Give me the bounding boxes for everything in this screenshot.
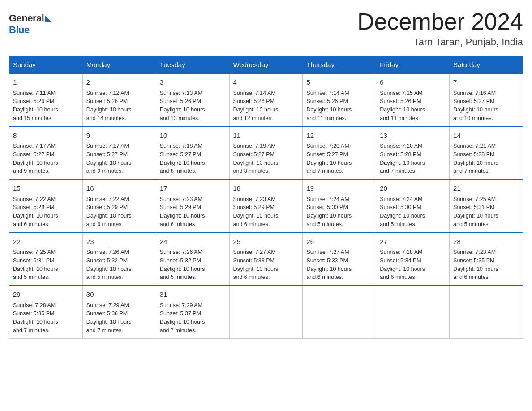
day-cell [376, 286, 450, 338]
day-number: 14 [453, 131, 519, 141]
day-cell: 26Sunrise: 7:27 AM Sunset: 5:33 PM Dayli… [303, 233, 376, 286]
day-number: 27 [380, 237, 446, 247]
logo-general-text: General [9, 13, 44, 24]
day-info: Sunrise: 7:17 AM Sunset: 5:27 PM Dayligh… [86, 142, 152, 176]
day-cell: 29Sunrise: 7:28 AM Sunset: 5:35 PM Dayli… [9, 286, 83, 338]
day-number: 19 [306, 184, 372, 194]
day-cell: 28Sunrise: 7:28 AM Sunset: 5:35 PM Dayli… [450, 233, 523, 286]
day-info: Sunrise: 7:18 AM Sunset: 5:27 PM Dayligh… [160, 142, 226, 176]
day-cell: 22Sunrise: 7:25 AM Sunset: 5:31 PM Dayli… [9, 233, 83, 286]
day-info: Sunrise: 7:19 AM Sunset: 5:27 PM Dayligh… [233, 142, 299, 176]
day-cell: 8Sunrise: 7:17 AM Sunset: 5:27 PM Daylig… [9, 127, 83, 180]
day-number: 8 [13, 131, 79, 141]
day-number: 12 [306, 131, 372, 141]
day-cell: 13Sunrise: 7:20 AM Sunset: 5:28 PM Dayli… [376, 127, 450, 180]
day-number: 26 [306, 237, 372, 247]
week-row-1: 1Sunrise: 7:11 AM Sunset: 5:26 PM Daylig… [9, 73, 523, 127]
day-cell: 30Sunrise: 7:29 AM Sunset: 5:36 PM Dayli… [82, 286, 156, 338]
day-info: Sunrise: 7:12 AM Sunset: 5:26 PM Dayligh… [86, 89, 152, 123]
day-info: Sunrise: 7:23 AM Sunset: 5:29 PM Dayligh… [160, 195, 226, 229]
day-number: 21 [453, 184, 519, 194]
day-number: 25 [233, 237, 299, 247]
day-number: 29 [13, 290, 79, 300]
day-info: Sunrise: 7:27 AM Sunset: 5:33 PM Dayligh… [233, 248, 299, 282]
day-info: Sunrise: 7:15 AM Sunset: 5:26 PM Dayligh… [380, 89, 446, 123]
day-info: Sunrise: 7:20 AM Sunset: 5:27 PM Dayligh… [306, 142, 372, 176]
week-row-4: 22Sunrise: 7:25 AM Sunset: 5:31 PM Dayli… [9, 233, 523, 286]
day-number: 31 [160, 290, 226, 300]
day-cell: 7Sunrise: 7:16 AM Sunset: 5:27 PM Daylig… [450, 73, 523, 127]
day-cell: 3Sunrise: 7:13 AM Sunset: 5:26 PM Daylig… [156, 73, 229, 127]
day-cell: 1Sunrise: 7:11 AM Sunset: 5:26 PM Daylig… [9, 73, 83, 127]
day-info: Sunrise: 7:22 AM Sunset: 5:29 PM Dayligh… [86, 195, 152, 229]
day-info: Sunrise: 7:20 AM Sunset: 5:28 PM Dayligh… [380, 142, 446, 176]
calendar-header: SundayMondayTuesdayWednesdayThursdayFrid… [9, 56, 523, 74]
page-header: General Blue December 2024 Tarn Taran, P… [9, 9, 523, 48]
title-section: December 2024 Tarn Taran, Punjab, India [357, 9, 523, 48]
logo-blue-text: Blue [9, 24, 30, 36]
day-info: Sunrise: 7:24 AM Sunset: 5:30 PM Dayligh… [306, 195, 372, 229]
day-number: 6 [380, 77, 446, 88]
logo-arrow-icon [45, 16, 51, 22]
day-info: Sunrise: 7:14 AM Sunset: 5:26 PM Dayligh… [233, 89, 299, 123]
calendar-body: 1Sunrise: 7:11 AM Sunset: 5:26 PM Daylig… [9, 73, 523, 338]
header-cell-sunday: Sunday [9, 56, 83, 74]
day-cell: 14Sunrise: 7:21 AM Sunset: 5:28 PM Dayli… [450, 127, 523, 180]
day-info: Sunrise: 7:29 AM Sunset: 5:37 PM Dayligh… [160, 301, 226, 335]
main-title: December 2024 [357, 9, 523, 34]
day-info: Sunrise: 7:26 AM Sunset: 5:32 PM Dayligh… [86, 248, 152, 282]
day-info: Sunrise: 7:28 AM Sunset: 5:34 PM Dayligh… [380, 248, 446, 282]
day-number: 17 [160, 184, 226, 194]
sub-title: Tarn Taran, Punjab, India [357, 36, 523, 48]
day-number: 5 [306, 77, 372, 88]
day-cell: 19Sunrise: 7:24 AM Sunset: 5:30 PM Dayli… [303, 180, 376, 233]
day-number: 10 [160, 131, 226, 141]
header-cell-saturday: Saturday [450, 56, 523, 74]
day-info: Sunrise: 7:28 AM Sunset: 5:35 PM Dayligh… [453, 248, 519, 282]
day-number: 9 [86, 131, 152, 141]
day-cell: 15Sunrise: 7:22 AM Sunset: 5:28 PM Dayli… [9, 180, 83, 233]
day-number: 3 [160, 77, 226, 88]
day-info: Sunrise: 7:25 AM Sunset: 5:31 PM Dayligh… [453, 195, 519, 229]
day-cell: 23Sunrise: 7:26 AM Sunset: 5:32 PM Dayli… [82, 233, 156, 286]
day-cell: 20Sunrise: 7:24 AM Sunset: 5:30 PM Dayli… [376, 180, 450, 233]
day-cell: 12Sunrise: 7:20 AM Sunset: 5:27 PM Dayli… [303, 127, 376, 180]
day-number: 16 [86, 184, 152, 194]
day-info: Sunrise: 7:13 AM Sunset: 5:26 PM Dayligh… [160, 89, 226, 123]
header-cell-friday: Friday [376, 56, 450, 74]
day-number: 30 [86, 290, 152, 300]
day-cell: 5Sunrise: 7:14 AM Sunset: 5:26 PM Daylig… [303, 73, 376, 127]
day-info: Sunrise: 7:27 AM Sunset: 5:33 PM Dayligh… [306, 248, 372, 282]
day-cell: 11Sunrise: 7:19 AM Sunset: 5:27 PM Dayli… [229, 127, 303, 180]
day-number: 24 [160, 237, 226, 247]
day-number: 20 [380, 184, 446, 194]
day-cell [229, 286, 303, 338]
header-cell-monday: Monday [82, 56, 156, 74]
header-cell-thursday: Thursday [303, 56, 376, 74]
calendar-table: SundayMondayTuesdayWednesdayThursdayFrid… [9, 56, 523, 339]
day-info: Sunrise: 7:11 AM Sunset: 5:26 PM Dayligh… [13, 89, 79, 123]
day-cell: 2Sunrise: 7:12 AM Sunset: 5:26 PM Daylig… [82, 73, 156, 127]
day-cell: 21Sunrise: 7:25 AM Sunset: 5:31 PM Dayli… [450, 180, 523, 233]
day-cell [303, 286, 376, 338]
day-number: 22 [13, 237, 79, 247]
logo: General Blue [9, 13, 51, 36]
day-number: 23 [86, 237, 152, 247]
day-info: Sunrise: 7:14 AM Sunset: 5:26 PM Dayligh… [306, 89, 372, 123]
day-number: 13 [380, 131, 446, 141]
day-number: 11 [233, 131, 299, 141]
day-cell: 24Sunrise: 7:26 AM Sunset: 5:32 PM Dayli… [156, 233, 229, 286]
day-cell: 25Sunrise: 7:27 AM Sunset: 5:33 PM Dayli… [229, 233, 303, 286]
header-cell-tuesday: Tuesday [156, 56, 229, 74]
header-row: SundayMondayTuesdayWednesdayThursdayFrid… [9, 56, 523, 74]
day-cell: 6Sunrise: 7:15 AM Sunset: 5:26 PM Daylig… [376, 73, 450, 127]
day-number: 18 [233, 184, 299, 194]
day-cell: 10Sunrise: 7:18 AM Sunset: 5:27 PM Dayli… [156, 127, 229, 180]
day-info: Sunrise: 7:17 AM Sunset: 5:27 PM Dayligh… [13, 142, 79, 176]
day-info: Sunrise: 7:28 AM Sunset: 5:35 PM Dayligh… [13, 301, 79, 335]
day-cell: 16Sunrise: 7:22 AM Sunset: 5:29 PM Dayli… [82, 180, 156, 233]
day-number: 2 [86, 77, 152, 88]
day-info: Sunrise: 7:23 AM Sunset: 5:29 PM Dayligh… [233, 195, 299, 229]
week-row-2: 8Sunrise: 7:17 AM Sunset: 5:27 PM Daylig… [9, 127, 523, 180]
day-number: 15 [13, 184, 79, 194]
